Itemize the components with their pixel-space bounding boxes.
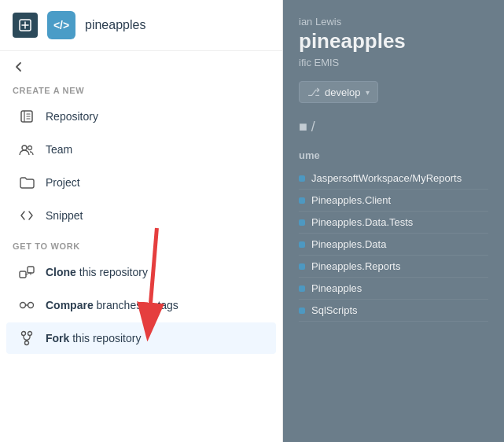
- snippet-label: Snippet: [46, 209, 83, 222]
- file-indicator: [299, 175, 305, 182]
- list-item[interactable]: Pineapples.Data: [299, 234, 488, 256]
- svg-point-3: [28, 146, 32, 150]
- file-name: SqlScripts: [311, 304, 358, 316]
- sidebar-item-fork[interactable]: Fork this repository: [6, 322, 276, 354]
- sidebar-item-team[interactable]: Team: [6, 134, 276, 165]
- project-folder-icon: [19, 175, 35, 190]
- file-name: Pineapples.Reports: [311, 260, 400, 272]
- project-name: pineapples: [85, 18, 145, 32]
- file-indicator: [299, 263, 305, 270]
- list-item[interactable]: Pineapples.Reports: [299, 256, 488, 278]
- svg-rect-4: [20, 271, 26, 278]
- back-button[interactable]: [0, 51, 282, 76]
- file-indicator: [299, 197, 305, 204]
- sidebar-item-snippet[interactable]: Snippet: [6, 200, 276, 231]
- sidebar-item-clone[interactable]: Clone this repository: [6, 256, 276, 288]
- project-label: Project: [46, 176, 80, 189]
- svg-point-8: [22, 332, 26, 336]
- column-header: ume: [299, 146, 488, 164]
- repo-subtitle: ific EMIS: [299, 57, 488, 68]
- fork-label: Fork this repository: [46, 332, 141, 344]
- file-indicator: [299, 285, 305, 292]
- repo-title: pineapples: [299, 29, 488, 53]
- svg-rect-5: [28, 267, 34, 273]
- svg-point-2: [22, 145, 27, 150]
- svg-point-6: [20, 303, 26, 308]
- sidebar-item-repository[interactable]: Repository: [6, 101, 276, 132]
- list-item[interactable]: Pineapples: [299, 278, 488, 300]
- branch-name: develop: [325, 87, 361, 98]
- create-section-label: CREATE A NEW: [0, 76, 282, 100]
- branch-icon: ⎇: [307, 86, 320, 98]
- branch-selector[interactable]: ⎇ develop ▾: [299, 81, 378, 103]
- sidebar-item-compare[interactable]: Compare branches or tags: [6, 289, 276, 321]
- file-name: Pineapples.Client: [311, 194, 391, 206]
- user-name: ian Lewis: [299, 16, 488, 28]
- svg-point-10: [25, 341, 29, 345]
- file-name: JaspersoftWorkspace/MyReports: [311, 172, 462, 184]
- file-indicator: [299, 308, 305, 314]
- sidebar-item-project[interactable]: Project: [6, 167, 276, 198]
- sidebar: </> pineapples CREATE A NEW Repository: [0, 0, 283, 442]
- file-name: Pineapples.Data.Tests: [311, 216, 413, 228]
- branch-chevron-icon: ▾: [366, 88, 370, 97]
- repository-label: Repository: [46, 110, 98, 123]
- main-panel: ian Lewis pineapples ific EMIS ⎇ develop…: [283, 0, 504, 442]
- file-list: JaspersoftWorkspace/MyReports Pineapples…: [299, 168, 488, 322]
- file-name: Pineapples.Data: [311, 238, 386, 250]
- list-item[interactable]: Pineapples.Client: [299, 190, 488, 212]
- path-breadcrumb: ■ /: [299, 119, 488, 135]
- svg-point-7: [28, 303, 34, 308]
- list-item[interactable]: JaspersoftWorkspace/MyReports: [299, 168, 488, 190]
- svg-point-9: [28, 332, 32, 336]
- fork-icon: [19, 330, 35, 346]
- compare-icon: [19, 297, 35, 313]
- clone-icon: [19, 264, 35, 280]
- repository-icon: [19, 109, 35, 124]
- sidebar-header: </> pineapples: [0, 0, 282, 51]
- file-name: Pineapples: [311, 282, 362, 294]
- compare-label: Compare branches or tags: [46, 299, 178, 311]
- list-item[interactable]: Pineapples.Data.Tests: [299, 212, 488, 234]
- project-icon: </>: [47, 11, 75, 39]
- team-label: Team: [46, 143, 72, 156]
- list-item[interactable]: SqlScripts: [299, 300, 488, 322]
- file-indicator: [299, 219, 305, 226]
- team-icon: [19, 142, 35, 157]
- work-section-label: GET TO WORK: [0, 232, 282, 256]
- file-indicator: [299, 241, 305, 248]
- clone-label: Clone this repository: [46, 266, 148, 278]
- snippet-icon: [19, 208, 35, 223]
- app-logo: [13, 13, 38, 38]
